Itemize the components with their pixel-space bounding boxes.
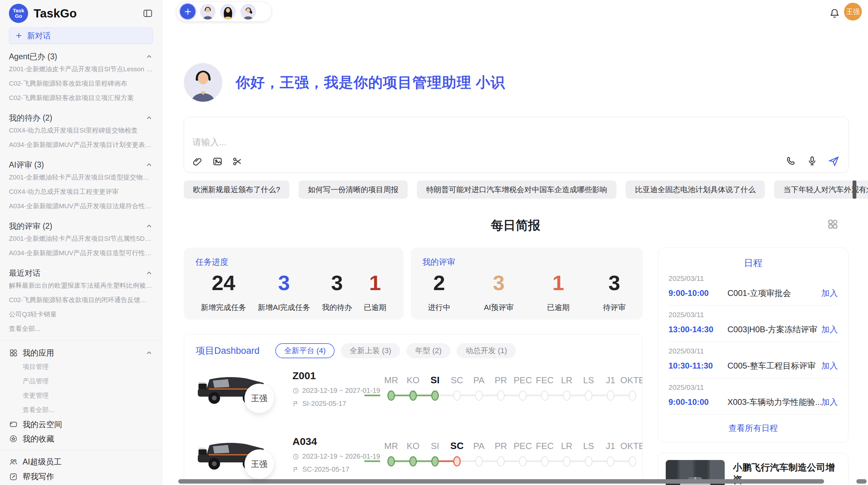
sidebar-view-all-apps[interactable]: 查看全部... xyxy=(9,403,153,417)
group-header-ai-review[interactable]: AI评审 (3) xyxy=(9,159,153,170)
scissors-icon[interactable] xyxy=(232,156,243,167)
sidebar-item[interactable]: C0X4-动力总成开发项目SI里程碑提交物检查 xyxy=(9,123,153,138)
horizontal-scrollbar-end[interactable] xyxy=(856,479,867,484)
phone-call-icon[interactable] xyxy=(785,156,796,166)
stat-label: AI预评审 xyxy=(484,302,514,313)
new-chat-label: 新对话 xyxy=(27,30,51,41)
group-title: AI评审 (3) xyxy=(9,160,44,170)
stat-ai-prereview: 3 AI预评审 xyxy=(484,272,514,313)
sidebar-item-my-apps[interactable]: 我的应用 xyxy=(9,346,153,360)
add-agent-button[interactable] xyxy=(180,4,195,19)
greeting-block: 你好，王强，我是你的项目管理助理 小识 xyxy=(184,63,505,102)
sidebar-item[interactable]: 公司Q3轻卡销量 xyxy=(9,307,153,322)
sidebar-item-product-mgmt[interactable]: 产品管理 xyxy=(9,374,153,388)
sidebar-item-favorites[interactable]: 我的收藏 xyxy=(9,432,153,446)
stat-review-overdue: 1 已逾期 xyxy=(547,272,570,313)
chat-input-box[interactable] xyxy=(184,117,849,173)
event-date: 2025/03/11 xyxy=(668,311,838,319)
stat-label: 新增完成任务 xyxy=(201,302,246,313)
sidebar-item-help-me-write[interactable]: 帮我写作 xyxy=(9,469,153,484)
project-dates: 2023-12-19 ~ 2027-01-19 xyxy=(302,387,380,395)
logo-row: Task Go TaskGo xyxy=(9,3,153,24)
group-header-my-todo[interactable]: 我的待办 (2) xyxy=(9,112,153,123)
my-review-card: 我的评审 2 进行中 3 AI预评审 1 已逾期 3 待评审 xyxy=(411,248,643,320)
sidebar-item[interactable]: 解释最新出台的欧盟报废车法规再生塑料比例被调至15%... xyxy=(9,278,153,293)
stat-value: 3 xyxy=(331,272,343,294)
sidebar-item[interactable]: Z001-全新燃油轻卡产品开发项目SI节点属性5D文件评审 xyxy=(9,232,153,246)
app-logo: Task Go xyxy=(9,4,28,23)
stat-value: 24 xyxy=(212,272,236,294)
card-title: 任务进度 xyxy=(195,257,392,268)
agent-avatar-1[interactable] xyxy=(200,4,216,20)
tab-new-body[interactable]: 全新上装 (3) xyxy=(341,343,400,358)
agent-avatar-2[interactable] xyxy=(220,4,236,20)
suggestion-chip[interactable]: 比亚迪全固态电池计划具体说了什么 xyxy=(626,181,765,199)
group-header-my-review[interactable]: 我的评审 (2) xyxy=(9,221,153,232)
attachment-icon[interactable] xyxy=(192,156,203,167)
milestone-dot xyxy=(541,390,548,401)
stat-value: 1 xyxy=(552,272,564,294)
my-apps-label: 我的应用 xyxy=(23,348,54,358)
milestone-dot xyxy=(453,390,461,401)
user-avatar[interactable]: 王强 xyxy=(844,3,862,21)
chat-input[interactable] xyxy=(192,136,673,153)
milestone-stepper: MR KO SI SC PA PR PEC FEC LR LS J1 OKTB xyxy=(380,369,643,401)
plus-icon xyxy=(183,7,192,16)
sidebar-view-all-chats[interactable]: 查看全部... xyxy=(9,322,153,336)
send-icon[interactable] xyxy=(828,155,840,167)
image-icon[interactable] xyxy=(212,156,223,167)
sidebar-item[interactable]: C02-飞腾新能源轻客改款项目的闭环通告反馈情况 xyxy=(9,293,153,307)
group-header-recent-chats[interactable]: 最近对话 xyxy=(9,268,153,278)
microphone-icon[interactable] xyxy=(807,156,818,166)
sidebar-item-change-mgmt[interactable]: 变更管理 xyxy=(9,388,153,403)
sidebar-item[interactable]: Z001-全新燃油轻卡产品开发项目SI造型提交物评审 xyxy=(9,170,153,185)
sidebar-collapse-icon[interactable] xyxy=(143,8,153,18)
project-row-a034[interactable]: 王强 A034 2023-12-19 ~ 2026-01-19 SC-2025-… xyxy=(196,435,631,485)
stat-value: 3 xyxy=(608,272,620,294)
sidebar-item[interactable]: A034-全新新能源MUV产品开发项目造型可行性评审 xyxy=(9,246,153,260)
milestone-dot xyxy=(475,390,483,401)
sidebar-item[interactable]: A034-全新新能源MUV产品开发项目法规符合性评审 xyxy=(9,199,153,213)
milestone-dot xyxy=(563,390,570,401)
suggestion-chip[interactable]: 欧洲新规最近颁布了什么? xyxy=(184,181,289,199)
sidebar-item[interactable]: A034-全新新能源MUV产品开发项目计划变更表编写 xyxy=(9,138,153,152)
join-link[interactable]: 加入 xyxy=(821,360,838,371)
stat-my-todo: 3 我的待办 xyxy=(322,272,352,313)
group-title: 最近对话 xyxy=(9,268,40,278)
tab-model-year[interactable]: 年型 (2) xyxy=(406,343,450,358)
sidebar-item-project-mgmt[interactable]: 项目管理 xyxy=(9,360,153,374)
new-chat-button[interactable]: 新对话 xyxy=(9,27,153,44)
suggestion-chip[interactable]: 如何写一份清晰的项目周报 xyxy=(299,181,408,199)
plus-icon xyxy=(15,32,23,40)
tab-new-platform[interactable]: 全新平台 (4) xyxy=(275,343,335,358)
tab-powertrain[interactable]: 动总开发 (1) xyxy=(457,343,516,358)
schedule-event: 2025/03/11 9:00-10:00 C001-立项审批会 加入 xyxy=(668,269,838,306)
event-name: C001-立项审批会 xyxy=(727,288,821,299)
sidebar-item[interactable]: C02-飞腾新能源轻客改款项目里程碑画布 xyxy=(9,76,153,91)
sidebar-item-cloud-space[interactable]: 我的云空间 xyxy=(9,417,153,432)
logo-text-top: Task xyxy=(13,8,24,13)
suggestion-chip[interactable]: 特朗普可能对进口汽车增税会对中国车企造成哪些影响 xyxy=(417,181,616,199)
sidebar-item-ai-super-staff[interactable]: AI超级员工 xyxy=(9,455,153,469)
join-link[interactable]: 加入 xyxy=(821,324,838,335)
milestone-dot xyxy=(585,456,592,467)
layout-grid-icon[interactable] xyxy=(827,218,839,230)
notification-bell-icon[interactable] xyxy=(829,8,840,19)
project-owner-badge: 王强 xyxy=(244,449,274,479)
view-all-schedule-link[interactable]: 查看所有日程 xyxy=(668,423,838,434)
stat-value: 3 xyxy=(493,272,505,294)
horizontal-scrollbar-thumb[interactable] xyxy=(178,479,824,484)
sidebar-item[interactable]: C02-飞腾新能源轻客改款项目立项汇报方案 xyxy=(9,91,153,105)
agent-avatar-3[interactable] xyxy=(240,4,256,20)
milestone-dot xyxy=(607,390,614,401)
group-header-agent-done[interactable]: Agent已办 (3) xyxy=(9,51,153,62)
sidebar-item[interactable]: C0X4-动力总成开发项目工程变更评审 xyxy=(9,185,153,199)
dashboard-title: 项目Dashboard xyxy=(196,345,260,357)
event-time: 10:30-11:30 xyxy=(668,361,727,371)
cloud-space-label: 我的云空间 xyxy=(23,419,62,430)
join-link[interactable]: 加入 xyxy=(821,397,838,408)
join-link[interactable]: 加入 xyxy=(821,288,838,299)
project-row-z001[interactable]: 王强 Z001 2023-12-19 ~ 2027-01-19 SI-2025-… xyxy=(196,369,631,424)
sidebar-item[interactable]: Z001-全新燃油皮卡产品开发项目SI节点Lesson Learn报告 xyxy=(9,62,153,76)
project-node: SC-2025-05-17 xyxy=(302,465,349,473)
